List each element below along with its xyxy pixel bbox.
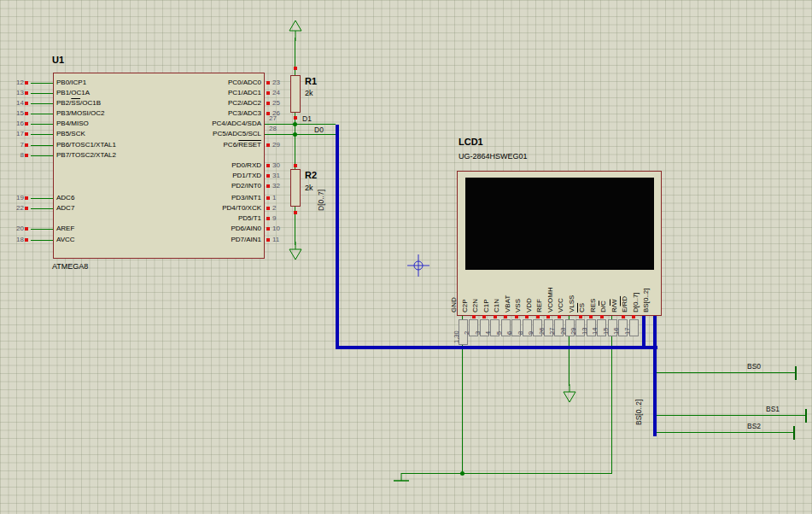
schematic-canvas[interactable]: U1 ATMEGA8 R1 2k R2 2k LCD1 UG-2864HSWEG… <box>0 0 812 514</box>
u1-pin-stub[interactable] <box>31 229 53 230</box>
pin-end-marker <box>294 116 297 120</box>
r2-value[interactable]: 2k <box>305 184 313 193</box>
wire-bs1[interactable] <box>657 415 806 416</box>
net-label-d0[interactable]: D0 <box>314 126 324 134</box>
u1-pin-name: PC0/ADC0 <box>142 79 261 87</box>
pin-end-marker <box>266 227 270 231</box>
ground-arrow-icon[interactable] <box>562 384 577 405</box>
lcd-pin-name: VCOMH <box>546 287 555 312</box>
u1-pin-stub[interactable] <box>31 134 53 135</box>
net-label-bs1[interactable]: BS1 <box>766 405 780 413</box>
wire-data-bit[interactable] <box>265 134 336 135</box>
u1-pin-number: 1 <box>272 194 276 202</box>
u1-pin-stub[interactable] <box>31 114 53 114</box>
u1-pin-name: AVCC <box>56 236 75 244</box>
ground-arrow-icon[interactable] <box>288 242 303 262</box>
net-label-bs-bus[interactable]: BS[0..2] <box>634 400 643 425</box>
u1-pin-number: 31 <box>272 172 280 180</box>
u1-pin-stub[interactable] <box>31 93 53 94</box>
pin-end-marker <box>294 211 297 214</box>
u1-pin-stub[interactable] <box>31 240 53 241</box>
u1-pin-number: 11 <box>272 236 279 244</box>
u1-pin-name: PD2/INT0 <box>142 182 261 190</box>
u1-pin-name: PB0/ICP1 <box>56 79 86 87</box>
u1-pin-number: 12 <box>7 79 24 87</box>
u1-pin-name: PB7/TOSC2/XTAL2 <box>56 151 116 160</box>
pin-end-marker <box>266 143 270 147</box>
lcd-pin-name: C1N <box>493 299 501 312</box>
u1-pin-name: PD5/T1 <box>142 214 261 223</box>
net-label-bs0[interactable]: BS0 <box>747 362 761 371</box>
lcd-pin-name: E/RD <box>621 296 629 312</box>
u1-pin-name: PB4/MISO <box>56 120 89 128</box>
u1-pin-number: 16 <box>7 120 24 128</box>
u1-pin-number: 9 <box>272 214 276 223</box>
bus-data-vertical[interactable] <box>336 125 339 349</box>
u1-ref[interactable]: U1 <box>52 55 64 66</box>
terminal-bs1[interactable] <box>805 409 807 423</box>
u1-pin-stub[interactable] <box>31 103 53 104</box>
lcd-pin-name: C2P <box>461 299 470 312</box>
u1-pin-stub[interactable] <box>31 198 53 199</box>
lcd-pin-name: D/C <box>599 301 608 312</box>
pin-end-marker <box>25 227 28 231</box>
u1-pin-number: 23 <box>272 79 280 87</box>
u1-pin-number: 32 <box>272 182 280 190</box>
u1-value[interactable]: ATMEGA8 <box>52 262 88 272</box>
r1-value[interactable]: 2k <box>305 89 313 98</box>
r2-body[interactable] <box>290 169 301 207</box>
u1-pin-number: 17 <box>7 130 24 138</box>
bus-data-horizontal[interactable] <box>336 346 657 349</box>
wire-lcd-dc[interactable] <box>611 316 612 474</box>
u1-pin-number: 29 <box>272 141 280 149</box>
wire-bs0[interactable] <box>657 372 796 373</box>
wire-bs2[interactable] <box>657 432 794 433</box>
net-label-bs2[interactable]: BS2 <box>747 422 761 430</box>
u1-pin-number: 13 <box>7 89 24 97</box>
u1-pin-number: 25 <box>272 99 280 108</box>
u1-pin-name: PC3/ADC3 <box>142 109 261 118</box>
r1-ref[interactable]: R1 <box>305 76 317 87</box>
lcd1-ref[interactable]: LCD1 <box>459 137 483 148</box>
u1-pin-stub[interactable] <box>31 145 53 146</box>
pin-end-marker <box>494 315 497 318</box>
pin-end-marker <box>546 315 550 318</box>
pin-end-marker <box>294 67 297 70</box>
u1-pin-name: PC6/RESET <box>142 141 261 149</box>
pin-end-marker <box>266 184 270 188</box>
pin-end-marker <box>622 315 625 318</box>
power-terminal-icon[interactable] <box>288 19 303 41</box>
u1-pin-number: 22 <box>7 204 24 213</box>
u1-pin-stub[interactable] <box>31 155 53 156</box>
pin-end-marker <box>25 143 28 147</box>
u1-pin-stub[interactable] <box>31 208 53 209</box>
u1-pin-number: 18 <box>7 236 24 244</box>
r1-body[interactable] <box>290 75 301 113</box>
lcd1-value[interactable]: UG-2864HSWEG01 <box>459 152 528 161</box>
u1-pin-number: 27 <box>269 114 277 123</box>
lcd-pin-name: VLSS <box>568 295 576 312</box>
pin-end-marker <box>266 217 270 220</box>
lcd-pin-name: C1P <box>482 299 491 312</box>
wire-ground-run[interactable] <box>401 473 612 474</box>
bus-bs-vertical[interactable] <box>653 316 657 436</box>
pin-end-marker <box>266 238 270 242</box>
bus-lcd-data-stub[interactable] <box>642 316 646 349</box>
ground-terminal-icon[interactable] <box>392 473 411 485</box>
lcd-pin-name: RES <box>589 299 598 312</box>
pin-end-marker <box>294 164 297 167</box>
u1-pin-name: PB1/OC1A <box>56 89 90 97</box>
terminal-bs2[interactable] <box>793 426 795 440</box>
terminal-bs0[interactable] <box>795 366 797 380</box>
r2-ref[interactable]: R2 <box>305 170 317 181</box>
net-label-data-bus[interactable]: D[0..7] <box>317 190 325 211</box>
net-label-d1[interactable]: D1 <box>302 114 312 123</box>
lcd1-display <box>465 178 654 270</box>
lcd-pin-name: C2N <box>471 299 480 312</box>
u1-pin-name: PC4/ADC4/SDA <box>142 120 261 128</box>
u1-pin-name: PD3/INT1 <box>142 194 261 202</box>
pin-end-marker <box>472 315 476 318</box>
pin-end-marker <box>579 315 582 318</box>
u1-pin-stub[interactable] <box>31 83 53 84</box>
u1-pin-stub[interactable] <box>31 124 53 125</box>
